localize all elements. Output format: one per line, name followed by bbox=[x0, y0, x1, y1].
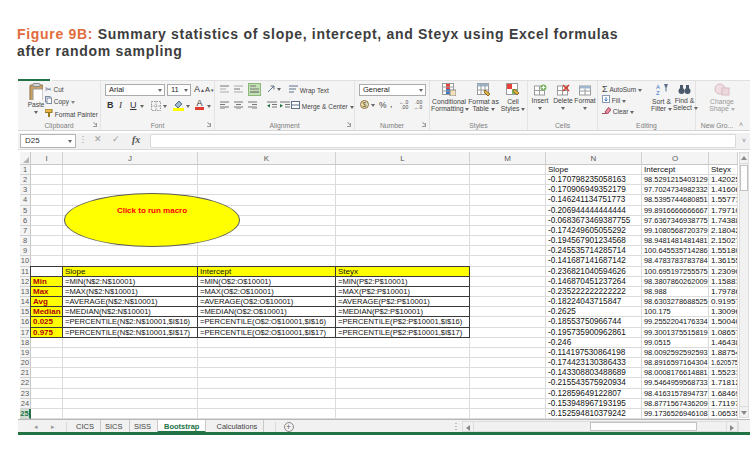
cell-J17[interactable]: =PERCENTILE(N$2:N$10001,$I$17) bbox=[63, 328, 198, 338]
cell-N24[interactable]: -0.153948967193195 bbox=[546, 399, 642, 409]
cell-N20[interactable]: -0.174423130386433 bbox=[546, 358, 642, 368]
column-header-L[interactable]: L bbox=[336, 152, 470, 165]
cell-I10[interactable] bbox=[31, 256, 63, 266]
cell-K13[interactable]: =MAX(O$2:O$10001) bbox=[198, 287, 336, 297]
cell-N4[interactable]: -0.146241134751773 bbox=[546, 195, 642, 205]
cell-M12[interactable] bbox=[470, 277, 546, 287]
cell-K11[interactable]: Intercept bbox=[198, 267, 336, 277]
cell-K12[interactable]: =MIN(O$2:O$10001) bbox=[198, 277, 336, 287]
cell-J2[interactable] bbox=[63, 175, 198, 185]
row-header-12[interactable]: 12 bbox=[20, 277, 31, 287]
row-header-19[interactable]: 19 bbox=[20, 348, 31, 358]
cell-N9[interactable]: -0.245535714285714 bbox=[546, 246, 642, 256]
change-shape-button[interactable]: ChangeShape bbox=[702, 83, 742, 113]
cell-O17[interactable]: 99.3001375515819 bbox=[642, 328, 709, 338]
row-header-8[interactable]: 8 bbox=[20, 236, 31, 246]
cell-N2[interactable]: -0.170798235058163 bbox=[546, 175, 642, 185]
cell-L3[interactable] bbox=[336, 185, 470, 195]
cell-L13[interactable]: =MAX(P$2:P$10001) bbox=[336, 287, 470, 297]
cell-L15[interactable]: =MEDIAN(P$2:P$10001) bbox=[336, 307, 470, 317]
font-name-select[interactable]: Arial bbox=[105, 84, 165, 96]
cell-L19[interactable] bbox=[336, 348, 470, 358]
insert-cells-button[interactable]: Insert bbox=[529, 84, 551, 111]
enter-icon[interactable]: ✓ bbox=[112, 134, 120, 144]
cell-P21[interactable]: 1.55231 bbox=[709, 368, 738, 378]
cell-O13[interactable]: 98.988 bbox=[642, 287, 709, 297]
cell-J21[interactable] bbox=[63, 368, 198, 378]
cell-O20[interactable]: 98.8916597164304 bbox=[642, 358, 709, 368]
cell-I18[interactable] bbox=[31, 338, 63, 348]
cell-P14[interactable]: 0.91957 bbox=[709, 297, 738, 307]
cell-M3[interactable] bbox=[470, 185, 546, 195]
cell-I14[interactable]: Avg bbox=[31, 297, 63, 307]
cell-J25[interactable] bbox=[63, 409, 198, 419]
align-center-button[interactable] bbox=[234, 101, 243, 110]
row-header-14[interactable]: 14 bbox=[20, 297, 31, 307]
cell-K10[interactable] bbox=[198, 256, 336, 266]
cell-J13[interactable]: =MAX(N$2:N$10001) bbox=[63, 287, 198, 297]
increase-indent-button[interactable] bbox=[280, 101, 290, 110]
sort-filter-button[interactable]: AZ Sort &Filter bbox=[650, 83, 673, 113]
cell-O24[interactable]: 98.8771567436209 bbox=[642, 399, 709, 409]
orientation-button[interactable] bbox=[267, 84, 276, 94]
cell-K19[interactable] bbox=[198, 348, 336, 358]
number-format-select[interactable]: General bbox=[359, 84, 426, 96]
align-left-button[interactable] bbox=[220, 101, 229, 110]
scroll-left-button[interactable] bbox=[462, 421, 474, 432]
row-header-3[interactable]: 3 bbox=[20, 185, 31, 195]
row-header-11[interactable]: 11 bbox=[20, 267, 31, 277]
conditional-formatting-button[interactable]: ConditionalFormatting bbox=[431, 83, 467, 113]
cell-I3[interactable] bbox=[31, 185, 63, 195]
cell-N17[interactable]: -0.195735900962861 bbox=[546, 328, 642, 338]
cell-K2[interactable] bbox=[198, 175, 336, 185]
cell-M17[interactable] bbox=[470, 328, 546, 338]
scroll-right-button[interactable] bbox=[726, 421, 738, 432]
font-color-dropdown[interactable] bbox=[207, 105, 211, 108]
cell-J18[interactable] bbox=[63, 338, 198, 348]
cell-L5[interactable] bbox=[336, 206, 470, 216]
cell-P18[interactable]: 1.46438 bbox=[709, 338, 738, 348]
autosum-button[interactable]: Σ AutoSum bbox=[602, 84, 642, 94]
cell-I24[interactable] bbox=[31, 399, 63, 409]
column-header-M[interactable]: M bbox=[470, 152, 546, 165]
cell-J11[interactable]: Slope bbox=[63, 267, 198, 277]
cell-N16[interactable]: -0.18553750966744 bbox=[546, 317, 642, 327]
cell-N12[interactable]: -0.146870451237264 bbox=[546, 277, 642, 287]
font-color-button[interactable]: A bbox=[195, 99, 204, 110]
cell-L4[interactable] bbox=[336, 195, 470, 205]
cell-O18[interactable]: 99.0515 bbox=[642, 338, 709, 348]
cell-I11[interactable] bbox=[31, 267, 63, 277]
cell-M19[interactable] bbox=[470, 348, 546, 358]
cell-M9[interactable] bbox=[470, 246, 546, 256]
cell-O12[interactable]: 98.3807860262009 bbox=[642, 277, 709, 287]
new-sheet-button[interactable]: + bbox=[284, 422, 294, 432]
cell-I20[interactable] bbox=[31, 358, 63, 368]
cell-J12[interactable]: =MIN(N$2:N$10001) bbox=[63, 277, 198, 287]
cell-I19[interactable] bbox=[31, 348, 63, 358]
clipboard-dialog-launcher[interactable] bbox=[93, 123, 97, 127]
cell-O6[interactable]: 97.6367346938775 bbox=[642, 216, 709, 226]
cell-L9[interactable] bbox=[336, 246, 470, 256]
cell-P16[interactable]: 1.50040 bbox=[709, 317, 738, 327]
cell-M6[interactable] bbox=[470, 216, 546, 226]
cell-O11[interactable]: 100.695197255575 bbox=[642, 267, 709, 277]
cell-P10[interactable]: 1.36155 bbox=[709, 256, 738, 266]
cell-I16[interactable]: 0.025 bbox=[31, 317, 63, 327]
accounting-dropdown[interactable] bbox=[371, 104, 375, 107]
cell-M13[interactable] bbox=[470, 287, 546, 297]
underline-dropdown[interactable] bbox=[140, 105, 144, 108]
cell-N21[interactable]: -0.143308803488689 bbox=[546, 368, 642, 378]
cell-K16[interactable]: =PERCENTILE(O$2:O$10001,$I$16) bbox=[198, 317, 336, 327]
find-select-button[interactable]: Find &Select bbox=[673, 83, 696, 112]
cell-P22[interactable]: 1.71812 bbox=[709, 378, 738, 388]
cell-J23[interactable] bbox=[63, 389, 198, 399]
cell-P5[interactable]: 1.79710 bbox=[709, 206, 738, 216]
row-header-5[interactable]: 5 bbox=[20, 206, 31, 216]
alignment-dialog-launcher[interactable] bbox=[347, 123, 351, 127]
cell-J16[interactable]: =PERCENTILE(N$2:N$10001,$I$16) bbox=[63, 317, 198, 327]
decrease-decimal-button[interactable]: .00→.0 bbox=[413, 100, 422, 109]
cell-M22[interactable] bbox=[470, 378, 546, 388]
cell-N3[interactable]: -0.170906949352179 bbox=[546, 185, 642, 195]
cell-P7[interactable]: 2.18042 bbox=[709, 226, 738, 236]
cell-N11[interactable]: -0.236821040594626 bbox=[546, 267, 642, 277]
